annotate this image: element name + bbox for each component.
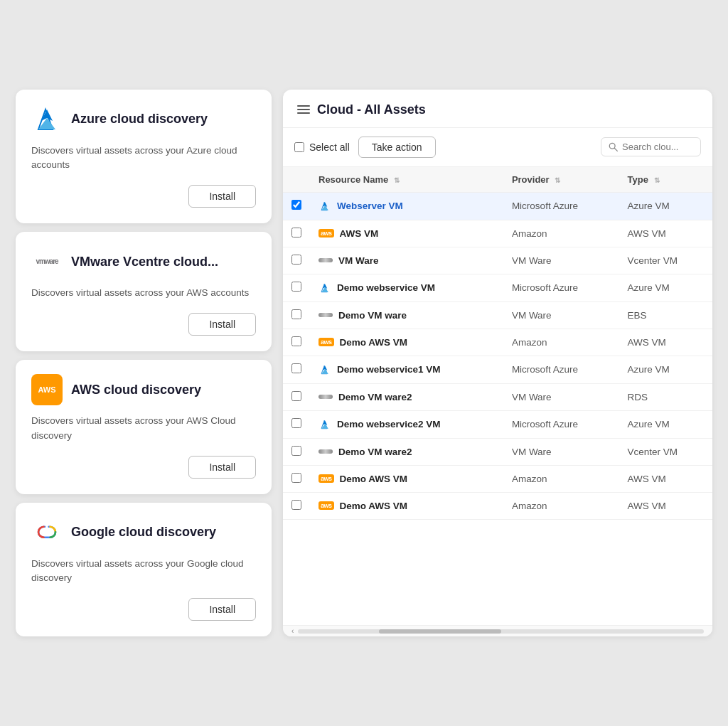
card-desc-vmware: Discovers virtual assets across your AWS… xyxy=(31,286,256,300)
row-provider: Amazon xyxy=(503,465,619,492)
resource-cell: aws AWS VM xyxy=(318,228,495,239)
row-provider: Microsoft Azure xyxy=(503,274,619,301)
row-checkbox[interactable] xyxy=(291,228,301,237)
vmware-row-icon xyxy=(318,313,333,317)
col-resource-name[interactable]: Resource Name ⇅ xyxy=(310,167,503,193)
resource-cell: Demo VM ware xyxy=(318,310,495,321)
row-checkbox-cell[interactable] xyxy=(283,301,310,329)
resource-cell: Demo VM ware2 xyxy=(318,392,495,402)
vmware-logo-icon: vmware xyxy=(36,258,58,265)
row-resource-cell: aws Demo AWS VM xyxy=(310,329,503,356)
row-checkbox-cell[interactable] xyxy=(283,247,310,274)
row-checkbox-cell[interactable] xyxy=(283,410,310,438)
row-provider: Microsoft Azure xyxy=(503,410,619,438)
row-checkbox[interactable] xyxy=(291,336,301,346)
row-checkbox[interactable] xyxy=(291,255,301,265)
resource-cell: Demo webservice VM xyxy=(318,282,495,294)
resource-name: AWS VM xyxy=(340,228,379,239)
right-panel: Cloud - All Assets Select all Take actio… xyxy=(283,90,712,637)
install-button-aws[interactable]: Install xyxy=(188,456,256,479)
card-azure: Azure cloud discovery Discovers virtual … xyxy=(16,90,272,224)
card-desc-aws: Discovers virtual assets across your AWS… xyxy=(31,414,256,443)
card-header-aws: AWS AWS cloud discovery xyxy=(31,374,256,405)
row-checkbox-cell[interactable] xyxy=(283,220,310,247)
row-resource-cell: aws AWS VM xyxy=(310,220,503,247)
row-provider: VM Ware xyxy=(503,438,619,465)
row-resource-cell: aws Demo AWS VM xyxy=(310,465,503,492)
vmware-row-icon xyxy=(318,258,333,262)
install-button-azure[interactable]: Install xyxy=(188,185,256,208)
row-resource-cell: aws Demo AWS VM xyxy=(310,492,503,519)
take-action-button[interactable]: Take action xyxy=(358,137,436,158)
col-provider[interactable]: Provider ⇅ xyxy=(503,167,619,193)
row-resource-cell: Demo VM ware2 xyxy=(310,383,503,410)
row-checkbox[interactable] xyxy=(291,391,301,401)
row-checkbox[interactable] xyxy=(291,473,301,483)
search-input[interactable] xyxy=(622,142,693,152)
table-row: aws Demo AWS VM Amazon AWS VM xyxy=(283,329,712,356)
google-cloud-logo-icon xyxy=(34,520,60,545)
resource-cell: aws Demo AWS VM xyxy=(318,501,495,511)
install-button-google[interactable]: Install xyxy=(188,598,256,621)
horizontal-scrollbar[interactable]: ‹ xyxy=(283,625,712,636)
row-provider: VM Ware xyxy=(503,383,619,410)
select-all-checkbox[interactable] xyxy=(294,142,304,152)
row-checkbox-cell[interactable] xyxy=(283,329,310,356)
row-provider: Amazon xyxy=(503,220,619,247)
row-checkbox-cell[interactable] xyxy=(283,383,310,410)
row-checkbox[interactable] xyxy=(291,446,301,456)
aws-row-icon: aws xyxy=(318,338,334,346)
row-resource-cell: VM Ware xyxy=(310,247,503,274)
row-checkbox-cell[interactable] xyxy=(283,192,310,220)
row-resource-cell: Demo VM ware2 xyxy=(310,438,503,465)
card-desc-azure: Discovers virtual assets across your Azu… xyxy=(31,144,256,173)
resource-name: Demo webservice1 VM xyxy=(337,364,441,375)
install-button-vmware[interactable]: Install xyxy=(188,313,256,336)
table-header-row: Resource Name ⇅ Provider ⇅ Type ⇅ xyxy=(283,167,712,193)
col-type[interactable]: Type ⇅ xyxy=(619,167,712,193)
row-resource-cell: Demo webservice VM xyxy=(310,274,503,301)
row-checkbox[interactable] xyxy=(291,282,301,292)
table-wrap: Resource Name ⇅ Provider ⇅ Type ⇅ Webser… xyxy=(283,167,712,626)
card-title-aws: AWS cloud discovery xyxy=(71,383,201,397)
row-checkbox[interactable] xyxy=(291,418,301,428)
row-provider: VM Ware xyxy=(503,247,619,274)
menu-icon[interactable] xyxy=(297,105,310,114)
resource-name: Demo webservice VM xyxy=(337,282,435,293)
azure-row-icon xyxy=(318,200,331,213)
resource-cell: Webserver VM xyxy=(318,200,495,213)
row-checkbox[interactable] xyxy=(291,500,301,510)
row-type: RDS xyxy=(619,383,712,410)
scroll-left-arrow[interactable]: ‹ xyxy=(291,627,294,635)
row-checkbox-cell[interactable] xyxy=(283,356,310,383)
card-logo-vmware: vmware xyxy=(31,246,63,277)
scroll-thumb[interactable] xyxy=(379,629,500,634)
azure-logo-icon xyxy=(31,104,63,135)
aws-row-icon: aws xyxy=(318,474,334,483)
row-checkbox-cell[interactable] xyxy=(283,465,310,492)
row-checkbox[interactable] xyxy=(291,200,301,210)
row-checkbox[interactable] xyxy=(291,363,301,373)
panel-header: Cloud - All Assets xyxy=(283,90,712,128)
row-checkbox-cell[interactable] xyxy=(283,274,310,301)
vmware-row-icon xyxy=(318,449,333,454)
table-row: Demo VM ware2 VM Ware RDS xyxy=(283,383,712,410)
row-resource-cell: Demo webservice2 VM xyxy=(310,410,503,438)
resource-name: Webserver VM xyxy=(337,201,403,211)
row-checkbox-cell[interactable] xyxy=(283,438,310,465)
row-type: AWS VM xyxy=(619,220,712,247)
azure-row-icon xyxy=(318,363,331,376)
resource-name: Demo webservice2 VM xyxy=(337,419,441,429)
row-checkbox[interactable] xyxy=(291,309,301,319)
resource-cell: Demo webservice2 VM xyxy=(318,418,495,431)
vmware-row-icon xyxy=(318,395,333,399)
card-vmware: vmware VMware Vcentre cloud... Discovers… xyxy=(16,232,272,351)
aws-row-icon: aws xyxy=(318,501,334,510)
row-type: AWS VM xyxy=(619,465,712,492)
card-header-azure: Azure cloud discovery xyxy=(31,104,256,135)
resource-name: Demo AWS VM xyxy=(340,337,408,348)
row-checkbox-cell[interactable] xyxy=(283,492,310,519)
svg-point-3 xyxy=(609,143,615,149)
row-type: Azure VM xyxy=(619,356,712,383)
row-type: EBS xyxy=(619,301,712,329)
